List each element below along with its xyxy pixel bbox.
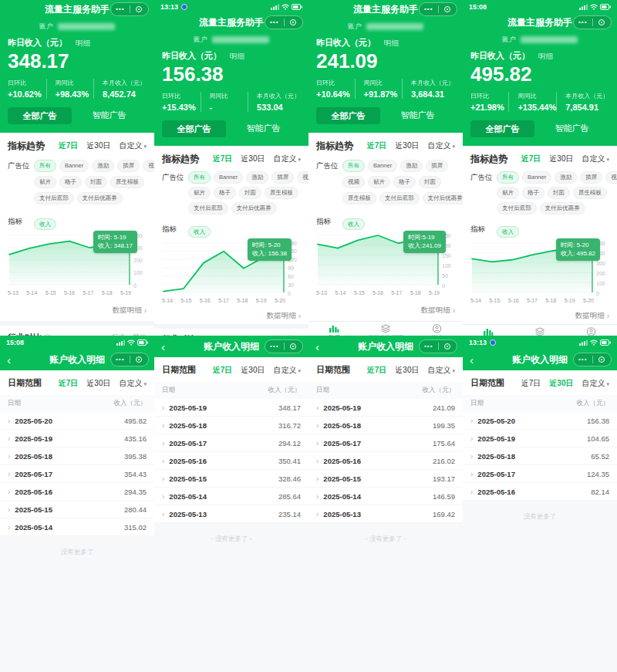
adpos-chip[interactable]: 插屏 [580, 171, 602, 184]
table-row[interactable]: ›2025-05-17354.43 [0, 465, 154, 483]
range-tab[interactable]: 近7日 [521, 378, 541, 389]
back-button[interactable]: ‹ [7, 354, 11, 366]
table-row[interactable]: ›2025-05-1682.14 [463, 483, 617, 501]
adpos-chip[interactable]: 所有 [34, 160, 56, 172]
adpos-chip[interactable]: 格子 [522, 187, 545, 199]
range-tab[interactable]: 近7日 [367, 365, 387, 376]
income-detail-link[interactable]: 明细 [384, 39, 399, 47]
metric-chip[interactable]: 收入 [188, 226, 211, 238]
adpos-chip[interactable]: 激励 [555, 171, 577, 184]
adpos-chip[interactable]: Banner [214, 171, 243, 184]
adpos-chip[interactable]: 封面 [239, 187, 261, 199]
account-selector[interactable]: 账户 [0, 22, 154, 32]
back-button[interactable]: ‹ [161, 341, 165, 353]
range-tab[interactable]: 近30日 [395, 140, 419, 151]
adpos-chip[interactable]: 贴片 [188, 187, 211, 199]
adpos-chip[interactable]: 支付后优惠券 [77, 192, 123, 204]
table-row[interactable]: ›2025-05-19241.09 [308, 399, 463, 417]
table-row[interactable]: ›2025-05-17124.35 [463, 465, 617, 483]
account-selector[interactable]: 账户 [308, 22, 463, 32]
close-button[interactable] [593, 19, 612, 25]
adpos-chip[interactable]: 封面 [419, 176, 441, 188]
table-row[interactable]: ›2025-05-16294.35 [0, 483, 154, 501]
income-detail-link[interactable]: 明细 [230, 52, 244, 60]
adpos-chip[interactable]: 贴片 [368, 176, 390, 188]
close-button[interactable] [439, 343, 457, 350]
adpos-chip[interactable]: 插屏 [271, 171, 294, 184]
adpos-chip[interactable]: 格子 [214, 187, 236, 199]
tab-account[interactable]: 账户 [565, 325, 617, 336]
range-tab[interactable]: 近30日 [241, 365, 265, 376]
table-row[interactable]: ›2025-05-20156.38 [463, 412, 617, 430]
all-ads-button[interactable]: 全部广告 [8, 107, 72, 124]
industry-compare-row[interactable]: 行业对比i 行业：其他 [0, 321, 154, 336]
adpos-chip[interactable]: 支付后优惠券 [423, 192, 464, 204]
back-button[interactable]: ‹ [470, 354, 474, 366]
adpos-chip[interactable]: Banner [522, 171, 551, 184]
tab-account[interactable]: 账户 [411, 322, 463, 336]
metric-chip[interactable]: 收入 [342, 218, 365, 230]
range-tab[interactable]: 自定义▾ [427, 140, 455, 151]
table-row[interactable]: ›2025-05-1865.52 [463, 447, 617, 465]
industry-compare-row[interactable]: 行业对比i 行业：其他 [154, 324, 308, 336]
income-detail-link[interactable]: 明细 [538, 52, 553, 60]
table-row[interactable]: ›2025-05-17294.12 [154, 434, 308, 452]
close-button[interactable] [285, 19, 303, 25]
data-detail-link[interactable]: 数据明细 › [162, 311, 301, 321]
adpos-chip[interactable]: 支付后底部 [34, 192, 74, 204]
table-row[interactable]: ›2025-05-15193.17 [308, 470, 463, 488]
range-tab[interactable]: 自定义▾ [273, 154, 301, 164]
close-button[interactable] [439, 6, 457, 12]
close-button[interactable] [130, 6, 149, 12]
range-tab[interactable]: 自定义▾ [582, 154, 609, 164]
adpos-chip[interactable]: Banner [59, 160, 89, 172]
adpos-chip[interactable]: 视频 [143, 160, 154, 172]
adpos-chip[interactable]: 支付后底部 [379, 192, 420, 204]
range-tab[interactable]: 近30日 [395, 365, 419, 376]
table-row[interactable]: ›2025-05-15328.46 [154, 470, 308, 488]
range-tab[interactable]: 近30日 [86, 140, 110, 151]
adpos-chip[interactable]: 支付后优惠券 [231, 202, 277, 214]
tab-smart-ads[interactable]: 智能广告管理 [514, 325, 566, 336]
tab-data[interactable]: 数据 [308, 322, 360, 336]
table-row[interactable]: ›2025-05-13169.42 [308, 505, 463, 523]
income-detail-link[interactable]: 明细 [76, 39, 90, 47]
range-tab[interactable]: 自定义▾ [582, 378, 609, 389]
data-detail-link[interactable]: 数据明细 › [316, 306, 455, 316]
table-row[interactable]: ›2025-05-13235.14 [154, 505, 308, 523]
adpos-chip[interactable]: 视频 [297, 171, 308, 184]
range-tab[interactable]: 自定义▾ [427, 365, 455, 376]
table-row[interactable]: ›2025-05-16350.41 [154, 452, 308, 470]
close-button[interactable] [130, 356, 149, 363]
account-selector[interactable]: 账户 [154, 35, 308, 45]
adpos-chip[interactable]: 原生模板 [573, 187, 607, 199]
range-tab[interactable]: 近7日 [213, 154, 233, 164]
more-button[interactable]: ••• [420, 2, 438, 16]
adpos-chip[interactable]: 所有 [188, 171, 211, 184]
adpos-chip[interactable]: 激励 [92, 160, 114, 172]
more-button[interactable]: ••• [574, 15, 592, 29]
adpos-chip[interactable]: 视频 [342, 176, 365, 188]
adpos-chip[interactable]: 支付后优惠券 [540, 202, 585, 214]
range-tab[interactable]: 近30日 [241, 154, 265, 164]
adpos-chip[interactable]: 贴片 [497, 187, 519, 199]
adpos-chip[interactable]: 格子 [59, 176, 82, 188]
smart-ads-button[interactable]: 智能广告 [534, 123, 609, 134]
adpos-chip[interactable]: 所有 [342, 160, 365, 172]
table-row[interactable]: ›2025-05-14315.02 [0, 518, 154, 536]
adpos-chip[interactable]: 激励 [400, 160, 423, 172]
close-button[interactable] [593, 356, 612, 363]
tab-data[interactable]: 数据 [463, 325, 514, 336]
adpos-chip[interactable]: 原生模板 [342, 192, 376, 204]
range-tab[interactable]: 近7日 [59, 140, 79, 151]
metric-chip[interactable]: 收入 [497, 226, 519, 238]
smart-ads-button[interactable]: 智能广告 [226, 123, 301, 134]
range-tab[interactable]: 自定义▾ [119, 378, 147, 389]
table-row[interactable]: ›2025-05-17175.64 [308, 434, 463, 452]
table-row[interactable]: ›2025-05-14285.64 [154, 488, 308, 505]
adpos-chip[interactable]: 封面 [85, 176, 107, 188]
range-tab[interactable]: 自定义▾ [273, 365, 301, 376]
data-detail-link[interactable]: 数据明细 › [8, 306, 147, 316]
adpos-chip[interactable]: 封面 [548, 187, 570, 199]
more-button[interactable]: ••• [111, 353, 130, 366]
